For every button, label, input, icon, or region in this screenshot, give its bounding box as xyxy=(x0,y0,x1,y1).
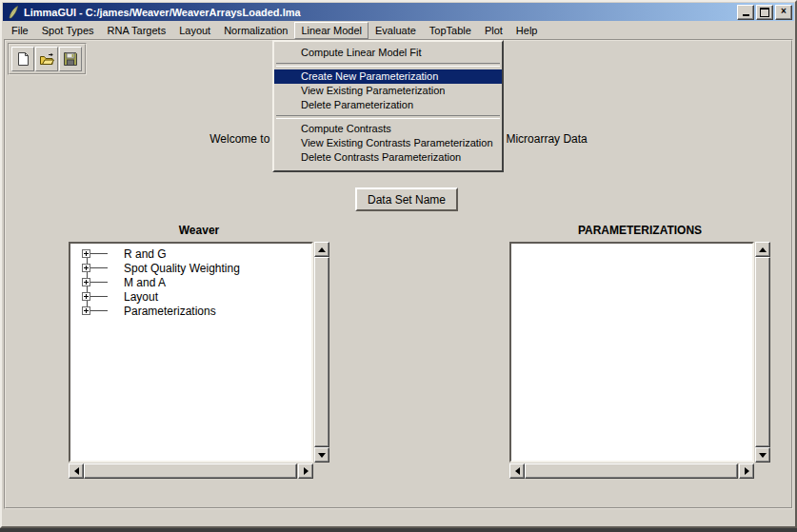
dataset-tree: R and G Spot Quality Weighting M and A xyxy=(70,246,311,318)
open-folder-icon xyxy=(39,51,55,67)
close-button[interactable]: × xyxy=(775,5,792,20)
arrow-up-icon xyxy=(318,247,326,252)
tree-row[interactable]: Parameterizations xyxy=(70,304,311,318)
scroll-down-button[interactable] xyxy=(755,447,770,463)
arrow-left-icon xyxy=(74,467,79,475)
scroll-left-button[interactable] xyxy=(509,463,525,479)
new-file-icon xyxy=(16,51,30,67)
arrow-down-icon xyxy=(759,453,767,458)
tree-item-label[interactable]: Spot Quality Weighting xyxy=(124,262,240,275)
right-panel: PARAMETERIZATIONS xyxy=(509,224,770,479)
menu-item-delete-contrasts-parameterization[interactable]: Delete Contrasts Parameterization xyxy=(274,150,502,165)
menu-normalization[interactable]: Normalization xyxy=(217,22,294,39)
menu-evaluate[interactable]: Evaluate xyxy=(369,22,423,39)
expand-plus-icon[interactable] xyxy=(82,264,90,272)
menu-item-compute-contrasts[interactable]: Compute Contrasts xyxy=(274,122,502,136)
save-floppy-icon xyxy=(63,51,78,67)
horizontal-scroll-thumb[interactable] xyxy=(525,463,738,479)
left-panel: Weaver R and G Spot Quality Weighting xyxy=(69,224,329,479)
maximize-button[interactable] xyxy=(756,5,773,20)
minimize-button[interactable] xyxy=(737,5,754,20)
horizontal-scroll-thumb[interactable] xyxy=(84,463,297,479)
right-panel-horizontal-scrollbar[interactable] xyxy=(509,463,754,479)
left-panel-vertical-scrollbar[interactable] xyxy=(314,242,329,463)
menu-toptable[interactable]: TopTable xyxy=(423,22,478,39)
titlebar[interactable]: LimmaGUI - C:/james/Weaver/WeaverArraysL… xyxy=(3,3,794,21)
tree-row[interactable]: R and G xyxy=(70,246,311,261)
menu-item-view-existing-contrasts-parameterization[interactable]: View Existing Contrasts Parameterization xyxy=(274,136,502,150)
tree-row[interactable]: Layout xyxy=(70,289,311,304)
tree-branch-line xyxy=(90,296,108,297)
arrow-right-icon xyxy=(745,467,749,475)
dataset-tree-listbox[interactable]: R and G Spot Quality Weighting M and A xyxy=(69,242,313,463)
scroll-left-button[interactable] xyxy=(69,463,84,479)
right-panel-title: PARAMETERIZATIONS xyxy=(509,224,770,242)
menu-separator xyxy=(276,63,500,67)
new-file-button[interactable] xyxy=(11,47,34,71)
menu-separator xyxy=(276,115,500,119)
scroll-up-button[interactable] xyxy=(755,242,770,257)
right-panel-vertical-scrollbar[interactable] xyxy=(755,242,770,463)
menu-item-view-existing-parameterization[interactable]: View Existing Parameterization xyxy=(274,84,502,98)
tk-feather-icon xyxy=(6,6,21,19)
menu-item-delete-parameterization[interactable]: Delete Parameterization xyxy=(274,98,502,112)
save-file-button[interactable] xyxy=(59,47,82,71)
window-controls: × xyxy=(737,5,792,20)
app-window: LimmaGUI - C:/james/Weaver/WeaverArraysL… xyxy=(0,0,797,528)
menubar: File Spot Types RNA Targets Layout Norma… xyxy=(3,22,794,39)
tree-item-label[interactable]: Layout xyxy=(124,290,158,304)
left-panel-title: Weaver xyxy=(69,224,329,242)
scroll-right-button[interactable] xyxy=(298,463,313,479)
data-set-name-button[interactable]: Data Set Name xyxy=(355,187,458,211)
tree-row[interactable]: M and A xyxy=(70,275,311,289)
menu-linear-model[interactable]: Linear Model xyxy=(294,22,369,39)
menu-file[interactable]: File xyxy=(5,22,35,39)
window-title: LimmaGUI - C:/james/Weaver/WeaverArraysL… xyxy=(24,7,301,18)
open-file-button[interactable] xyxy=(35,47,58,71)
toolbar xyxy=(8,43,87,75)
menu-spot-types[interactable]: Spot Types xyxy=(35,22,101,39)
menu-help[interactable]: Help xyxy=(509,22,545,39)
parameterizations-listbox[interactable] xyxy=(509,242,754,463)
arrow-up-icon xyxy=(759,247,767,252)
scrollbar-corner xyxy=(314,463,329,479)
tree-branch-line xyxy=(90,282,108,283)
expand-plus-icon[interactable] xyxy=(82,292,90,301)
menu-rna-targets[interactable]: RNA Targets xyxy=(101,22,173,39)
left-panel-horizontal-scrollbar[interactable] xyxy=(69,463,313,479)
expand-plus-icon[interactable] xyxy=(82,249,90,258)
tree-branch-line xyxy=(90,310,108,311)
maximize-icon xyxy=(760,8,769,17)
tree-row[interactable]: Spot Quality Weighting xyxy=(70,261,311,275)
expand-plus-icon[interactable] xyxy=(82,306,90,315)
tree-item-label[interactable]: M and A xyxy=(124,276,166,289)
scrollbar-corner xyxy=(755,463,770,479)
menu-layout[interactable]: Layout xyxy=(172,22,217,39)
scroll-right-button[interactable] xyxy=(739,463,754,479)
menu-plot[interactable]: Plot xyxy=(478,22,509,39)
tree-branch-line xyxy=(90,253,108,254)
vertical-scroll-thumb[interactable] xyxy=(755,257,770,447)
menu-item-create-new-parameterization[interactable]: Create New Parameterization xyxy=(274,69,502,84)
linear-model-dropdown-menu: Compute Linear Model Fit Create New Para… xyxy=(272,40,504,172)
tree-item-label[interactable]: Parameterizations xyxy=(124,305,216,318)
arrow-right-icon xyxy=(304,467,309,475)
minimize-icon xyxy=(743,14,749,16)
close-icon: × xyxy=(781,7,787,16)
menu-item-compute-linear-model-fit[interactable]: Compute Linear Model Fit xyxy=(274,46,502,60)
arrow-left-icon xyxy=(515,467,520,475)
scroll-down-button[interactable] xyxy=(314,447,329,463)
arrow-down-icon xyxy=(318,453,326,458)
tree-branch-line xyxy=(90,267,108,268)
tree-item-label[interactable]: R and G xyxy=(124,247,167,261)
vertical-scroll-thumb[interactable] xyxy=(314,257,329,447)
scroll-up-button[interactable] xyxy=(314,242,329,257)
expand-plus-icon[interactable] xyxy=(82,278,90,286)
